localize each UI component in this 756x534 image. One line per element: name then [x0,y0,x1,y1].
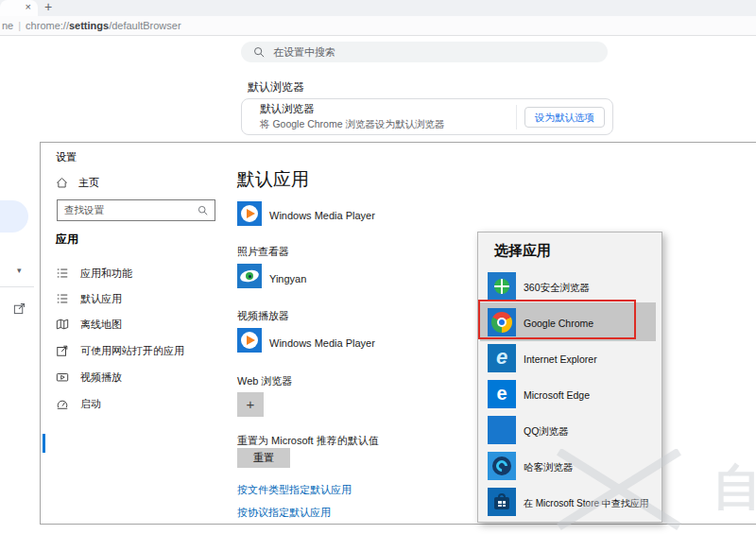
link-default-by-protocol[interactable]: 按协议指定默认应用 [237,506,331,520]
link-default-by-file-type[interactable]: 按文件类型指定默认应用 [237,483,352,497]
url-host: settings [69,20,109,31]
app-item-microsoft-edge[interactable]: Microsoft Edge [524,389,590,401]
sidebar-item-home[interactable]: 主页 [56,176,99,190]
url-path: /defaultBrowser [109,20,180,31]
yingyan-icon[interactable] [237,264,262,288]
sidebar-selected-pill-fragment[interactable] [0,200,28,233]
sidebar-item-default-apps[interactable]: 默认应用 [41,287,234,310]
sidebar-item-label: 离线地图 [80,318,122,332]
make-default-button[interactable]: 设为默认选项 [524,107,605,128]
home-icon [56,177,68,189]
browser-tab[interactable]: × [0,0,38,16]
url-separator: | [18,20,21,31]
video-player-app[interactable]: Windows Media Player [269,337,375,349]
tab-close-icon[interactable]: × [26,1,31,12]
video-playback-icon [56,370,69,384]
card-title: 默认浏览器 [260,102,516,116]
photo-viewer-app[interactable]: Yingyan [269,273,306,284]
windows-media-player-icon[interactable] [237,328,262,353]
find-setting-input[interactable]: 查找设置 [57,199,215,221]
qq-browser-icon [488,416,516,444]
app-item-store-search[interactable]: 在 Microsoft Store 中查找应用 [524,497,649,510]
sidebar-divider-fragment [0,286,34,287]
startup-icon [56,397,69,410]
sidebar-item-offline-maps[interactable]: 离线地图 [41,313,234,336]
card-subtitle: 将 Google Chrome 浏览器设为默认浏览器 [260,118,516,131]
search-icon [253,46,265,58]
sidebar-item-label: 应用和功能 [80,267,132,281]
sidebar-item-video-playback[interactable]: 视频播放 [41,366,234,388]
browser-tab-strip: × + [0,0,756,16]
apps-for-websites-icon [56,344,69,357]
app-item-360[interactable]: 360安全浏览器 [524,282,590,295]
chevron-down-icon[interactable]: ▾ [17,266,22,275]
home-label: 主页 [78,176,99,190]
windows-media-player-icon[interactable] [237,201,262,226]
find-setting-placeholder: 查找设置 [64,204,198,217]
microsoft-store-icon [488,488,516,516]
default-browser-section-title: 默认浏览器 [248,79,304,95]
choose-default-button[interactable]: + [237,392,264,417]
sidebar-item-label: 视频播放 [80,370,122,385]
microsoft-edge-icon: e [488,380,516,408]
page-title: 默认应用 [237,167,309,192]
screenshot-root: × + ne|chrome://settings/defaultBrowser … [0,0,756,534]
reset-button[interactable]: 重置 [237,448,290,468]
offline-maps-icon [56,318,69,331]
url-prefix: ne [2,20,13,31]
sidebar-item-label: 可使用网站打开的应用 [80,344,184,358]
sidebar-item-apps-features[interactable]: 应用和功能 [41,262,234,284]
photo-viewer-label: 照片查看器 [237,245,289,259]
default-browser-card: 默认浏览器 将 Google Chrome 浏览器设为默认浏览器 设为默认选项 [241,98,613,135]
selected-indicator [43,434,45,453]
search-icon [198,205,208,215]
reset-caption: 重置为 Microsoft 推荐的默认值 [237,434,379,448]
web-browser-label: Web 浏览器 [237,374,292,388]
browser-toolbar: ne|chrome://settings/defaultBrowser [0,16,756,36]
sidebar-item-apps-for-websites[interactable]: 可使用网站打开的应用 [41,339,234,362]
choose-app-popup: 选择应用 360安全浏览器 Google Chrome e Internet E… [477,232,662,523]
settings-search-placeholder: 在设置中搜索 [273,45,335,60]
window-title: 设置 [56,150,77,164]
sidebar-item-startup[interactable]: 启动 [41,392,234,415]
settings-search-input[interactable]: 在设置中搜索 [241,42,608,62]
external-link-icon[interactable] [13,301,26,319]
apps-features-icon [56,267,69,280]
address-bar[interactable]: ne|chrome://settings/defaultBrowser [2,20,181,31]
internet-explorer-icon: e [488,344,516,372]
sidebar-item-label: 默认应用 [80,292,122,306]
default-apps-icon [56,292,69,305]
app-item-hake-browser[interactable]: 哈客浏览器 [524,461,574,474]
url-scheme: chrome:// [26,20,69,31]
annotation-highlight-box [478,300,636,339]
app-item-internet-explorer[interactable]: Internet Explorer [524,353,597,365]
new-tab-icon[interactable]: + [44,0,52,14]
apps-group-label: 应用 [56,232,78,248]
video-player-label: 视频播放器 [237,309,289,323]
sidebar-item-label: 启动 [80,397,101,411]
app-item-qq-browser[interactable]: QQ浏览器 [524,425,569,439]
popup-title: 选择应用 [494,242,551,260]
hake-browser-icon [488,452,516,480]
360-browser-icon [488,272,516,301]
card-divider [516,105,517,129]
music-player-app[interactable]: Windows Media Player [269,210,375,221]
